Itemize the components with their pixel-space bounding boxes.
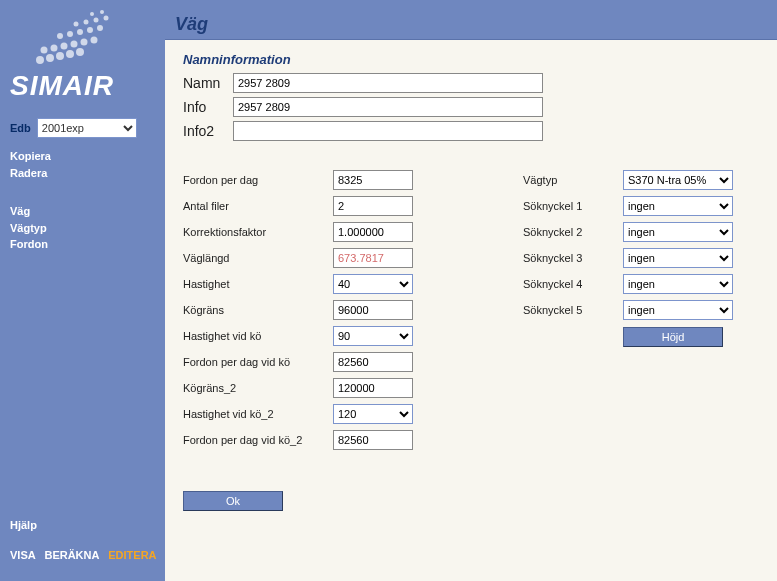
mode-row: VISA BERÄKNA EDITERA bbox=[10, 549, 157, 561]
app-root: SIMAIR Edb 2001exp Kopiera Radera Väg Vä… bbox=[0, 0, 777, 581]
svg-point-20 bbox=[90, 12, 94, 16]
sidebar-bottom: Hjälp VISA BERÄKNA EDITERA bbox=[10, 519, 157, 561]
svg-point-7 bbox=[61, 43, 68, 50]
edb-label: Edb bbox=[10, 122, 31, 134]
select-hastighet-vid-ko[interactable]: 90 bbox=[333, 326, 413, 346]
edb-select[interactable]: 2001exp bbox=[37, 118, 137, 138]
row-info: Info bbox=[183, 97, 759, 117]
sidebar-link-radera[interactable]: Radera bbox=[10, 165, 155, 182]
svg-point-14 bbox=[87, 27, 93, 33]
label-soknyckel-1: Söknyckel 1 bbox=[523, 200, 623, 212]
label-korrektionsfaktor: Korrektionsfaktor bbox=[183, 226, 333, 238]
input-kograns-2[interactable] bbox=[333, 378, 413, 398]
ok-button[interactable]: Ok bbox=[183, 491, 283, 511]
svg-point-17 bbox=[84, 20, 89, 25]
select-vagtyp[interactable]: S370 N-tra 05% bbox=[623, 170, 733, 190]
svg-point-1 bbox=[46, 54, 54, 62]
section-title: Namninformation bbox=[183, 52, 759, 67]
label-fordon-per-dag: Fordon per dag bbox=[183, 174, 333, 186]
svg-point-19 bbox=[104, 16, 109, 21]
label-soknyckel-2: Söknyckel 2 bbox=[523, 226, 623, 238]
svg-point-12 bbox=[67, 31, 73, 37]
label-fordon-per-dag-vid-ko-2: Fordon per dag vid kö_2 bbox=[183, 434, 333, 446]
side-links-2: Väg Vägtyp Fordon bbox=[0, 199, 165, 253]
label-hastighet: Hastighet bbox=[183, 278, 333, 290]
svg-point-9 bbox=[81, 39, 88, 46]
row-namn: Namn bbox=[183, 73, 759, 93]
svg-point-21 bbox=[100, 10, 104, 14]
svg-point-16 bbox=[74, 22, 79, 27]
label-kograns-2: Kögräns_2 bbox=[183, 382, 333, 394]
label-kograns: Kögräns bbox=[183, 304, 333, 316]
label-namn: Namn bbox=[183, 75, 233, 91]
breadcrumb: Väg bbox=[175, 14, 208, 35]
side-links-1: Kopiera Radera bbox=[0, 144, 165, 181]
hojd-button[interactable]: Höjd bbox=[623, 327, 723, 347]
select-soknyckel-3[interactable]: ingen bbox=[623, 248, 733, 268]
sidebar-link-vagtyp[interactable]: Vägtyp bbox=[10, 220, 155, 237]
svg-point-2 bbox=[56, 52, 64, 60]
svg-point-5 bbox=[41, 47, 48, 54]
logo-area: SIMAIR bbox=[0, 0, 165, 112]
label-hastighet-vid-ko-2: Hastighet vid kö_2 bbox=[183, 408, 333, 420]
svg-point-15 bbox=[97, 25, 103, 31]
app-title: SIMAIR bbox=[10, 70, 165, 102]
sidebar-link-fordon[interactable]: Fordon bbox=[10, 236, 155, 253]
input-fordon-per-dag-vid-ko[interactable] bbox=[333, 352, 413, 372]
select-soknyckel-4[interactable]: ingen bbox=[623, 274, 733, 294]
select-hastighet[interactable]: 40 bbox=[333, 274, 413, 294]
input-info[interactable] bbox=[233, 97, 543, 117]
svg-point-10 bbox=[91, 37, 98, 44]
svg-point-13 bbox=[77, 29, 83, 35]
input-vaglangd bbox=[333, 248, 413, 268]
input-namn[interactable] bbox=[233, 73, 543, 93]
edb-row: Edb 2001exp bbox=[0, 112, 165, 144]
dot-logo-icon bbox=[10, 10, 140, 70]
svg-point-8 bbox=[71, 41, 78, 48]
input-info2[interactable] bbox=[233, 121, 543, 141]
label-vaglangd: Väglängd bbox=[183, 252, 333, 264]
sidebar-link-kopiera[interactable]: Kopiera bbox=[10, 148, 155, 165]
mode-berakna[interactable]: BERÄKNA bbox=[44, 549, 99, 561]
col-right: Vägtyp S370 N-tra 05% Söknyckel 1 ingen … bbox=[523, 169, 759, 511]
label-fordon-per-dag-vid-ko: Fordon per dag vid kö bbox=[183, 356, 333, 368]
input-fordon-per-dag-vid-ko-2[interactable] bbox=[333, 430, 413, 450]
label-soknyckel-3: Söknyckel 3 bbox=[523, 252, 623, 264]
sidebar-link-vag[interactable]: Väg bbox=[10, 203, 155, 220]
select-soknyckel-5[interactable]: ingen bbox=[623, 300, 733, 320]
label-antal-filer: Antal filer bbox=[183, 200, 333, 212]
col-left: Fordon per dag Antal filer Korrektionsfa… bbox=[183, 169, 463, 511]
row-info2: Info2 bbox=[183, 121, 759, 141]
svg-point-3 bbox=[66, 50, 74, 58]
top-bar: Väg bbox=[165, 0, 777, 40]
input-fordon-per-dag[interactable] bbox=[333, 170, 413, 190]
label-soknyckel-4: Söknyckel 4 bbox=[523, 278, 623, 290]
select-soknyckel-1[interactable]: ingen bbox=[623, 196, 733, 216]
label-vagtyp: Vägtyp bbox=[523, 174, 623, 186]
content: Namninformation Namn Info Info2 Fordon p… bbox=[165, 40, 777, 523]
label-hastighet-vid-ko: Hastighet vid kö bbox=[183, 330, 333, 342]
select-hastighet-vid-ko-2[interactable]: 120 bbox=[333, 404, 413, 424]
select-soknyckel-2[interactable]: ingen bbox=[623, 222, 733, 242]
input-kograns[interactable] bbox=[333, 300, 413, 320]
mode-visa[interactable]: VISA bbox=[10, 549, 35, 561]
mode-editera[interactable]: EDITERA bbox=[108, 549, 156, 561]
svg-point-4 bbox=[76, 48, 84, 56]
input-antal-filer[interactable] bbox=[333, 196, 413, 216]
input-korrektionsfaktor[interactable] bbox=[333, 222, 413, 242]
label-info2: Info2 bbox=[183, 123, 233, 139]
svg-point-18 bbox=[94, 18, 99, 23]
sidebar: SIMAIR Edb 2001exp Kopiera Radera Väg Vä… bbox=[0, 0, 165, 581]
sidebar-link-help[interactable]: Hjälp bbox=[10, 519, 157, 531]
svg-point-11 bbox=[57, 33, 63, 39]
svg-point-0 bbox=[36, 56, 44, 64]
label-info: Info bbox=[183, 99, 233, 115]
svg-point-6 bbox=[51, 45, 58, 52]
label-soknyckel-5: Söknyckel 5 bbox=[523, 304, 623, 316]
form-columns: Fordon per dag Antal filer Korrektionsfa… bbox=[183, 169, 759, 511]
main: Väg Namninformation Namn Info Info2 Ford… bbox=[165, 0, 777, 581]
